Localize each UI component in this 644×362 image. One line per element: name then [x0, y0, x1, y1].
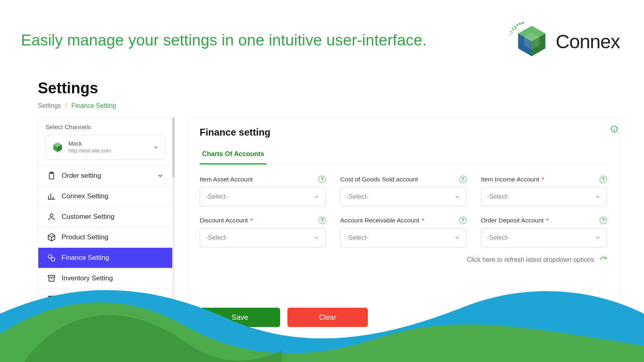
sidebar-item-finance-setting[interactable]: Finance Setting [38, 247, 172, 268]
select-order-deposit-account[interactable]: -Select- [481, 228, 607, 247]
svg-point-22 [48, 255, 52, 258]
field-label: Item Asset Account [200, 176, 253, 183]
info-icon[interactable] [610, 125, 618, 135]
clipboard-icon [47, 171, 56, 180]
refresh-icon[interactable] [600, 256, 607, 263]
sidebar-item-tasks[interactable]: Tasks [38, 309, 172, 329]
select-placeholder: -Select- [346, 193, 368, 200]
form-grid: Item Asset Account ? -Select- Cost of Go… [200, 176, 607, 247]
field-discount-account: Discount Account * ? -Select- [200, 217, 326, 247]
breadcrumb-root[interactable]: Settings [38, 102, 61, 109]
cube-icon [52, 141, 64, 153]
field-item-income-account: Item Income Account * ? -Select- [481, 176, 607, 206]
select-item-asset-account[interactable]: -Select- [200, 187, 326, 206]
select-account-receivable-account[interactable]: -Select- [340, 228, 466, 247]
help-icon[interactable]: ? [600, 217, 607, 224]
chevron-down-icon [313, 193, 320, 200]
help-icon[interactable]: ? [600, 176, 607, 183]
user-icon [47, 212, 56, 221]
svg-rect-24 [48, 276, 55, 278]
chevron-down-icon [454, 234, 460, 241]
hex-logo-icon [509, 21, 550, 62]
sidebar-item-label: Order setting [62, 172, 101, 180]
field-label: Order Deposit Account * [481, 217, 549, 224]
sidebar: Select Channels Mock http://test-site.co… [38, 117, 173, 330]
select-placeholder: -Select- [346, 234, 368, 241]
sidebar-item-label: Inventory Setting [62, 274, 113, 282]
svg-point-23 [51, 257, 55, 261]
svg-point-14 [509, 34, 510, 35]
field-order-deposit-account: Order Deposit Account * ? -Select- [481, 217, 607, 247]
chevron-down-icon [157, 173, 163, 179]
breadcrumb: Settings / Finance Setting [38, 102, 116, 109]
svg-point-8 [516, 24, 518, 26]
page-title: Settings [38, 80, 98, 97]
chevron-down-icon [313, 234, 320, 241]
archive-icon [47, 274, 56, 283]
sidebar-item-pending-order[interactable]: Pending Order [38, 288, 172, 309]
select-item-income-account[interactable]: -Select- [481, 187, 607, 206]
select-cogs-account[interactable]: -Select- [340, 187, 466, 206]
svg-point-15 [511, 33, 512, 34]
tasks-icon [47, 315, 56, 324]
sidebar-item-customer-setting[interactable]: Customer Setting [38, 206, 172, 227]
select-placeholder: -Select- [487, 234, 509, 241]
field-account-receivable-account: Account Receivable Account * ? -Select- [340, 217, 466, 247]
chart-icon [47, 192, 56, 201]
sidebar-item-product-setting[interactable]: Product Setting [38, 227, 172, 247]
svg-point-12 [519, 23, 520, 25]
sidebar-item-inventory-setting[interactable]: Inventory Setting [38, 268, 172, 288]
calendar-clock-icon [47, 294, 56, 303]
sidebar-item-label: Product Setting [62, 233, 108, 241]
channel-name: Mock [68, 140, 148, 148]
svg-point-13 [522, 22, 524, 24]
save-button[interactable]: Save [200, 308, 280, 327]
field-label: Account Receivable Account * [340, 217, 424, 224]
select-placeholder: -Select- [487, 193, 509, 200]
sidebar-item-label: Customer Setting [62, 213, 114, 221]
clear-button[interactable]: Clear [287, 308, 368, 327]
field-label: Item Income Account * [481, 176, 544, 183]
sidebar-item-connex-setting[interactable]: Connex Setting [38, 186, 172, 206]
select-discount-account[interactable]: -Select- [200, 228, 326, 247]
chevron-down-icon [594, 193, 601, 200]
refresh-dropdowns-label[interactable]: Click here to refresh latest dropdown op… [466, 256, 594, 263]
chevron-down-icon [454, 193, 460, 200]
sidebar-item-label: Tasks [62, 315, 79, 323]
select-channels-label: Select Channels [38, 123, 172, 135]
field-item-asset-account: Item Asset Account ? -Select- [200, 176, 326, 206]
svg-point-9 [510, 31, 511, 32]
help-icon[interactable]: ? [459, 176, 466, 183]
chevron-down-icon [594, 234, 601, 241]
tab-charts-of-accounts[interactable]: Charts Of Accounts [200, 145, 266, 165]
breadcrumb-separator: / [65, 102, 67, 109]
breadcrumb-current: Finance Setting [71, 102, 116, 109]
sidebar-item-label: Connex Setting [62, 192, 108, 200]
select-placeholder: -Select- [206, 193, 228, 200]
hero-headline: Easily manage your settings in one intui… [21, 31, 427, 49]
panel-tabs: Charts Of Accounts [200, 145, 607, 165]
field-label: Discount Account * [200, 217, 253, 224]
finance-icon [47, 253, 56, 262]
field-cogs-account: Cost of Goods Sold account ? -Select- [340, 176, 466, 206]
sidebar-item-order-setting[interactable]: Order setting [38, 165, 172, 186]
svg-point-6 [512, 28, 513, 29]
field-label: Cost of Goods Sold account [340, 176, 418, 183]
sidebar-item-label: Finance Setting [62, 254, 109, 262]
svg-point-10 [512, 29, 514, 31]
chevron-down-icon [153, 144, 159, 150]
help-icon[interactable]: ? [459, 217, 466, 224]
sidebar-nav: Order setting Connex Setting Customer Se… [38, 165, 172, 329]
channel-url: http://test-site.com [68, 148, 148, 154]
help-icon[interactable]: ? [318, 217, 326, 224]
finance-setting-panel: Finance setting Charts Of Accounts Item … [188, 117, 619, 343]
brand-name: Connex [556, 31, 620, 53]
brand-logo: Connex [509, 21, 620, 62]
svg-point-11 [515, 28, 516, 29]
sidebar-scrollbar[interactable] [172, 117, 175, 311]
scrollbar-thumb[interactable] [172, 117, 175, 178]
select-placeholder: -Select- [206, 234, 228, 241]
help-icon[interactable]: ? [318, 176, 326, 183]
box-icon [47, 233, 56, 242]
channel-select[interactable]: Mock http://test-site.com [45, 135, 165, 160]
